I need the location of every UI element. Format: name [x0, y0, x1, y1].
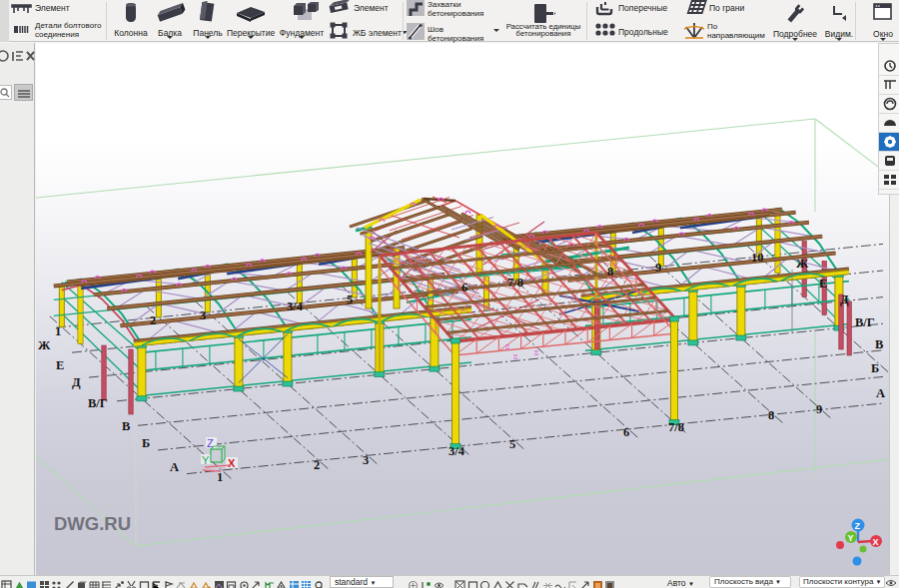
svg-text:В: В [875, 337, 883, 351]
svg-text:DWG.RU: DWG.RU [54, 513, 131, 534]
svg-text:Д: Д [840, 293, 849, 306]
svg-text:7/8: 7/8 [668, 420, 684, 434]
svg-text:5: 5 [347, 293, 353, 306]
svg-text:6: 6 [623, 425, 629, 439]
svg-text:3/4: 3/4 [287, 299, 304, 313]
svg-text:Е: Е [819, 277, 827, 291]
svg-text:А: А [170, 460, 179, 474]
svg-text:Z: Z [855, 521, 861, 531]
svg-text:1: 1 [55, 324, 61, 338]
svg-text:2: 2 [314, 458, 320, 472]
svg-text:9: 9 [816, 402, 822, 416]
svg-text:Ж: Ж [38, 338, 51, 352]
svg-text:Б: Б [871, 361, 879, 375]
svg-text:В: В [122, 419, 130, 433]
svg-text:X: X [873, 537, 879, 547]
svg-text:3: 3 [363, 453, 369, 467]
svg-text:3: 3 [200, 308, 206, 322]
svg-text:9: 9 [655, 261, 661, 275]
svg-text:Y: Y [848, 533, 854, 543]
svg-text:3/4: 3/4 [449, 444, 465, 458]
svg-text:В/Г: В/Г [855, 315, 875, 329]
svg-text:Ж: Ж [796, 257, 809, 271]
svg-text:8: 8 [607, 265, 613, 279]
svg-text:Y: Y [202, 454, 210, 466]
svg-text:1: 1 [217, 470, 223, 484]
svg-text:7/8: 7/8 [507, 276, 523, 290]
svg-text:А: А [876, 386, 885, 400]
svg-text:6: 6 [461, 281, 467, 294]
svg-text:2: 2 [150, 313, 156, 327]
svg-text:X: X [228, 457, 236, 469]
svg-text:10: 10 [751, 251, 764, 265]
svg-text:8: 8 [768, 408, 774, 422]
svg-text:В/Г: В/Г [88, 396, 108, 410]
svg-text:Д: Д [72, 375, 81, 389]
svg-text:5: 5 [509, 437, 515, 451]
svg-text:Б: Б [142, 436, 150, 450]
svg-text:Е: Е [56, 358, 64, 372]
